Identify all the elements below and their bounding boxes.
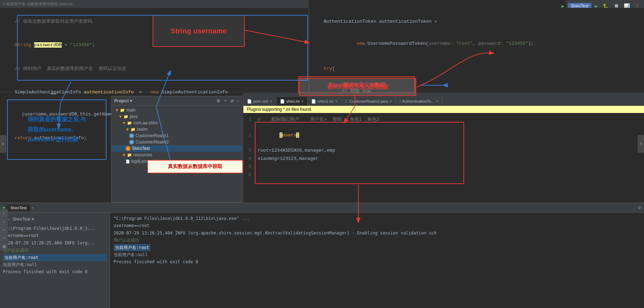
code-blue-box xyxy=(17,15,308,81)
tree-item-resources[interactable]: ▼ 📁 resources xyxy=(111,152,242,158)
shiro1-ini-close[interactable]: ✕ xyxy=(335,99,338,103)
output-line-4: 用户认证成功 xyxy=(114,237,640,244)
run-shirotest-label[interactable]: ShiroTest ✕ xyxy=(12,217,35,222)
gear-icon-bottom[interactable]: ⚙ xyxy=(638,205,641,211)
line-num-4: 4 xyxy=(243,155,254,163)
left-annotation-box: 得到真是的数据之后,与 获取的username, password 进行比较 xyxy=(7,99,106,160)
folder-icon-resources: ▼ 📁 xyxy=(122,153,132,157)
line-num-1: 1 xyxy=(243,116,254,124)
project-header: Project ▾ ⚙ ＋ ⇄ − xyxy=(111,96,242,106)
sidebar-out-3: 2020-07-29 13:26:25,404 INFO [org... xyxy=(3,239,107,247)
cr1-close[interactable]: ✕ xyxy=(389,99,392,103)
tree-item-customerrealm1[interactable]: C CustomerRealm1 xyxy=(111,133,242,139)
java-icon-cr2: C xyxy=(129,140,134,145)
output-line-5: 当前用户名:root xyxy=(114,244,150,251)
project-close-icon[interactable]: − xyxy=(237,98,239,103)
auth-token-line2: new UsernamePasswordToken(username: "roo… xyxy=(313,33,640,55)
auth-iface-icon: I xyxy=(400,99,401,103)
tree-item-com-aa-shiro[interactable]: ▼ 📁 com.aa.shiro xyxy=(111,120,242,126)
tab-customerrealm1-java[interactable]: C CustomerRealm1.java ✕ xyxy=(342,97,396,106)
output-line-3: 2020-07-29 13:26:25,404 INFO [org.apache… xyxy=(114,229,640,237)
tab-shiro1-ini[interactable]: 📄 shiro1.ini ✕ xyxy=(308,97,341,106)
tree-item-realm[interactable]: ▼ 📁 realm xyxy=(111,126,242,133)
run-output: "C:\Program Files\Java\jdk1.8.0_112\bin\… xyxy=(110,213,644,308)
left-scroll-controls: ↑ ↓ ← → 🖨 xyxy=(0,210,8,250)
test-data-label: 在test测试中定义的数据 xyxy=(327,83,388,91)
bottom-tabs: ▶ ShiroTest ✕ ⚙ xyxy=(0,203,644,213)
real-data-annotation: 真实数据从数据库中获取 xyxy=(147,160,243,173)
folder-icon-main: ▼ 📁 xyxy=(115,108,125,113)
test-data-box: 在test测试中定义的数据 xyxy=(299,78,416,96)
folder-icon-realm: ▼ 📁 xyxy=(126,127,136,132)
real-data-text: 真实数据从数据库中获取 xyxy=(168,163,222,170)
project-sync-icon[interactable]: ⇄ xyxy=(230,98,234,103)
project-settings-icon[interactable]: ⚙ xyxy=(216,98,220,103)
print-icon[interactable]: 🖨 xyxy=(0,242,8,250)
sidebar-out-6: 当前用户名:null xyxy=(3,261,107,268)
editor-tabs: 📄 pom.xml ✕ 📄 shiro.ini ✕ 📄 shiro1.ini ✕… xyxy=(243,96,644,106)
pom-xml-close[interactable]: ✕ xyxy=(270,99,273,103)
top-breadcrumb: // 根据用户名 去数据库查询密码 shiro.ini xyxy=(0,0,309,8)
sidebar-out-8: Process finished with exit code 0 xyxy=(3,268,107,275)
tab-authtoken[interactable]: I AuthenticationTo... ✕ xyxy=(396,97,442,106)
nav-left[interactable]: ‹ xyxy=(0,135,6,153)
run-controls: run: ShiroTest ✕ xyxy=(0,214,110,224)
line-num-5: 5 xyxy=(243,163,254,171)
pom-xml-icon: 📄 xyxy=(247,99,252,104)
nav-right[interactable]: › xyxy=(638,135,644,153)
scroll-right-icon[interactable]: → xyxy=(0,234,8,242)
auth-token-line1: AuthenticationToken authenticationToken … xyxy=(313,11,640,33)
line-num-2: 2 xyxy=(243,132,254,139)
tree-item-customerrealm2[interactable]: C CustomerRealm2 xyxy=(111,139,242,145)
tree-item-shirotest[interactable]: C ShiroTest xyxy=(111,145,242,152)
project-add-icon[interactable]: ＋ xyxy=(223,98,227,104)
tab-pom-xml[interactable]: 📄 pom.xml ✕ xyxy=(243,97,276,106)
line-num-3: 3 xyxy=(243,147,254,155)
ini-content-box xyxy=(255,122,464,184)
run-sidebar-header: run: ShiroTest ✕ xyxy=(0,216,110,223)
file-icon-log4j: 📄 xyxy=(126,160,130,163)
bottom-content: run: ShiroTest ✕ "C:\Program Files\Java\… xyxy=(0,213,644,308)
left-annotation-text: 得到真是的数据之后,与 获取的username, password 进行比较 xyxy=(22,114,91,145)
cr1-java-icon: C xyxy=(345,99,348,103)
bottom-panel: ▶ ShiroTest ✕ ⚙ run: ShiroTest ✕ "C:\Pro… xyxy=(0,202,644,308)
shiro-ini-close[interactable]: ✕ xyxy=(301,99,304,103)
tab-run-shirotest[interactable]: ShiroTest xyxy=(7,205,30,211)
scroll-up-icon[interactable]: ↑ xyxy=(0,210,8,217)
java-icon-shirotest: C xyxy=(126,146,131,151)
output-line-8: Process finished with exit code 0 xyxy=(114,258,640,265)
breadcrumb-comment: // 根据用户名 去数据库查询密码 shiro.ini xyxy=(3,1,72,7)
scroll-down-icon[interactable]: ↓ xyxy=(0,218,8,226)
line-num-6: 6 xyxy=(243,172,254,179)
tab-shiro-ini[interactable]: 📄 shiro.ini ✕ xyxy=(276,97,308,106)
sidebar-out-1: "C:\Program Files\Java\jdk1.8.0_1... xyxy=(3,225,107,232)
shiro-ini-icon: 📄 xyxy=(280,99,285,104)
run-sidebar-output: "C:\Program Files\Java\jdk1.8.0_1... use… xyxy=(0,224,110,276)
tree-item-main[interactable]: ▼ 📁 main xyxy=(111,107,242,113)
output-line-2: username==root xyxy=(114,222,640,229)
auth-close[interactable]: ✕ xyxy=(436,99,439,103)
tab-close-shirotest[interactable]: ✕ xyxy=(32,206,34,210)
plugin-warning-text: Plugins supporting *.ini files found. xyxy=(247,107,312,112)
project-tree: ▼ 📁 main ▼ 📁 java ▼ 📁 com.aa.shiro ▼ 📁 r… xyxy=(111,106,242,166)
shiro1-ini-icon: 📄 xyxy=(311,99,316,104)
project-panel: Project ▾ ⚙ ＋ ⇄ − ▼ 📁 main ▼ 📁 java ▼ 📁 … xyxy=(111,96,242,202)
sidebar-out-2: username==root xyxy=(3,232,107,239)
sidebar-out-5: 当前用户名:root xyxy=(3,254,107,261)
project-label: Project ▾ xyxy=(114,98,132,103)
java-icon-cr1: C xyxy=(129,133,134,138)
output-line-1: "C:\Program Files\Java\jdk1.8.0_112\bin\… xyxy=(114,215,640,222)
tree-item-java[interactable]: ▼ 📁 java xyxy=(111,113,242,120)
scroll-left-icon[interactable]: ← xyxy=(0,226,8,234)
plugin-warning: Plugins supporting *.ini files found. xyxy=(243,106,644,113)
folder-icon-shiro: ▼ 📁 xyxy=(122,121,132,125)
output-line-6: 当前用户名:null xyxy=(114,251,640,258)
run-sidebar: run: ShiroTest ✕ "C:\Program Files\Java\… xyxy=(0,213,110,308)
folder-icon-java: ▼ 📁 xyxy=(119,114,128,119)
sidebar-out-4: 用户认证成功 xyxy=(3,247,107,254)
